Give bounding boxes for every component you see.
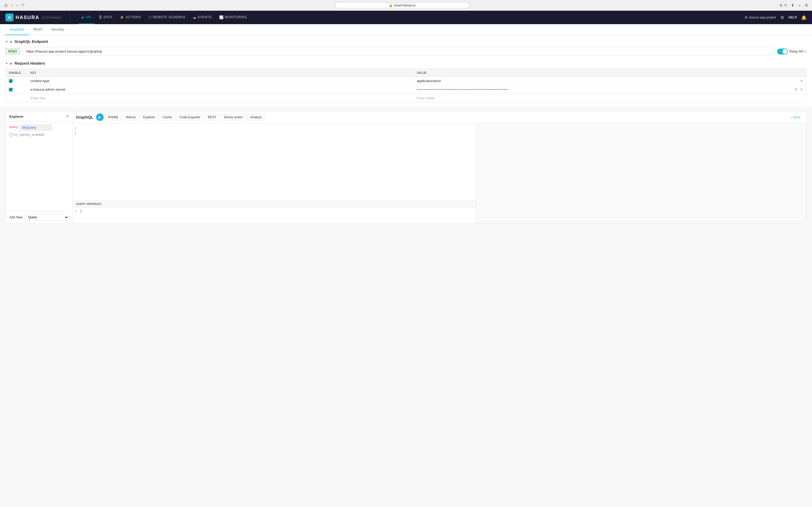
project-name-text: hasura-app-project	[749, 15, 776, 19]
new-tab-button[interactable]: +	[798, 3, 802, 8]
table-row: x-hasura-admin-secret ••••••••••••••••••…	[6, 85, 806, 94]
analyze-button[interactable]: Analyze	[247, 114, 265, 120]
line-numbers: 1 2	[73, 123, 78, 138]
nav-item-api[interactable]: ◈ API	[78, 11, 94, 24]
rest-button[interactable]: REST	[205, 114, 219, 120]
headers-expand-icon: ▶	[10, 62, 12, 65]
enable-checkbox-1[interactable]	[9, 79, 13, 83]
graphiql-main: GraphiQL ▶ Prettify History Explorer Cac…	[73, 111, 806, 223]
delete-row-2-icon[interactable]: ✕	[800, 88, 803, 92]
derive-action-button[interactable]: Derive action	[221, 114, 246, 120]
secret-value-2: ••••••••••••••••••••••••••••••••••••••••…	[417, 88, 508, 91]
no-queries-checkbox[interactable]	[9, 133, 13, 136]
add-new-select[interactable]: Query Mutation Subscription	[25, 214, 69, 221]
pip-icon: ⧉	[780, 3, 782, 7]
relay-api-row: Relay API ℹ	[777, 49, 807, 54]
data-icon: 🗄	[99, 15, 103, 19]
nav-item-monitoring[interactable]: 📈 MONITORING	[216, 11, 250, 24]
query-editor: 1 2 QUERY VARIABLES 1	[73, 123, 476, 223]
add-new-label: Add New	[9, 215, 22, 219]
notifications-button[interactable]: 🔔	[801, 15, 807, 20]
endpoint-url-input[interactable]	[23, 47, 775, 56]
nav-label-events: EVENTS	[198, 15, 212, 19]
share-button[interactable]: ⬆	[790, 3, 795, 8]
endpoint-row: POST Relay API ℹ	[5, 47, 807, 56]
tab-overview-button[interactable]: ⧉	[804, 2, 809, 8]
nav-item-remote-schemas[interactable]: ⬡ REMOTE SCHEMAS	[145, 11, 189, 24]
response-area	[476, 123, 806, 223]
sidebar-toggle[interactable]: ⊡	[3, 3, 9, 8]
relay-api-info-icon: ℹ	[805, 50, 807, 53]
endpoint-section-header[interactable]: ▼ ▶ GraphQL Endpoint	[5, 40, 807, 44]
delete-row-1-icon[interactable]: ✕	[800, 79, 803, 83]
no-queries-label: no_queries_available	[14, 133, 44, 136]
enable-checkbox-2[interactable]	[9, 88, 13, 92]
headers-table: ENABLE KEY VALUE content-type applicatio…	[5, 69, 807, 103]
headers-collapse-icon: ▼	[5, 62, 8, 65]
cursor	[81, 210, 81, 213]
table-row: content-type application/json ✕	[6, 77, 806, 85]
forward-button[interactable]: ›	[15, 3, 19, 8]
hasura-logo-icon: H	[5, 13, 13, 21]
run-button[interactable]: ▶	[96, 113, 104, 121]
tab-graphiql[interactable]: GraphiQL	[5, 24, 29, 35]
explorer-footer: Add New Query Mutation Subscription	[6, 211, 72, 223]
value-cell-new: Enter Value	[417, 96, 803, 100]
settings-button[interactable]: ⚙	[780, 15, 784, 20]
project-name[interactable]: 🖥 hasura-app-project	[744, 15, 776, 19]
back-button[interactable]: ‹	[10, 3, 14, 8]
docs-button[interactable]: < Docs	[788, 114, 803, 120]
app-header: H HASURA v2.12.0-cloud.1 ◈ API 🗄 DATA ⚡ …	[0, 11, 812, 24]
key-cell-1: content-type	[30, 79, 417, 83]
col-enable: ENABLE	[9, 71, 30, 74]
value-cell-2: ••••••••••••••••••••••••••••••••••••••••…	[417, 88, 803, 92]
explorer-title: Explorer	[9, 115, 23, 119]
enable-cell-1	[9, 79, 30, 83]
editor-main[interactable]: 1 2	[73, 123, 476, 201]
line-1: 1	[74, 125, 76, 131]
variables-editor[interactable]: 1	[73, 207, 476, 223]
help-button[interactable]: HELP	[789, 15, 797, 19]
page-tabs: GraphiQL REST Security	[0, 24, 812, 35]
logo-text: HASURA	[15, 15, 40, 20]
chevron-left-icon: <	[791, 116, 792, 119]
nav-label-api: API	[86, 15, 91, 19]
nav-item-data[interactable]: 🗄 DATA	[96, 11, 116, 24]
explorer-body: query no_queries_available	[6, 122, 72, 211]
new-key-placeholder: Enter Key	[30, 96, 46, 100]
app-version: v2.12.0-cloud.1	[42, 16, 62, 19]
address-bar[interactable]: 🔒 cloud.hasura.io	[335, 2, 469, 8]
tab-security[interactable]: Security	[47, 24, 68, 35]
tab-rest[interactable]: REST	[29, 24, 47, 35]
history-button[interactable]: History	[123, 114, 139, 120]
query-keyword: query	[9, 125, 18, 129]
eye-icon[interactable]: 👁	[795, 88, 798, 92]
explorer-header: Explorer ×	[6, 111, 72, 122]
row-actions-1: ✕	[800, 79, 803, 83]
reload-icon[interactable]: ↻	[784, 3, 787, 7]
cache-button[interactable]: Cache	[160, 114, 175, 120]
endpoint-expand-icon: ▶	[10, 40, 12, 43]
enable-cell-2	[9, 88, 30, 92]
headers-section-header[interactable]: ▼ ▶ Request Headers	[5, 61, 807, 65]
docs-label: Docs	[793, 115, 801, 119]
nav-item-events[interactable]: ☁ EVENTS	[190, 11, 215, 24]
table-row-new: Enter Key Enter Value	[6, 94, 806, 102]
browser-controls: ⊡ ‹ ›	[3, 3, 18, 8]
remote-schemas-icon: ⬡	[149, 15, 152, 19]
relay-api-toggle[interactable]	[777, 49, 788, 54]
explorer-panel: Explorer × query no_queries_available Ad…	[6, 111, 73, 223]
api-icon: ◈	[81, 15, 84, 19]
new-value-placeholder: Enter Value	[417, 96, 435, 100]
var-line-1: 1	[75, 210, 77, 213]
headers-section-title: Request Headers	[14, 61, 45, 65]
query-row: query	[9, 124, 69, 131]
query-variables-header: QUERY VARIABLES	[73, 201, 476, 207]
explorer-close-button[interactable]: ×	[66, 114, 69, 119]
query-name-input[interactable]	[20, 124, 52, 131]
prettify-button[interactable]: Prettify	[105, 114, 121, 120]
code-exporter-button[interactable]: Code Exporter	[177, 114, 203, 120]
explorer-button[interactable]: Explorer	[140, 114, 158, 120]
nav-item-actions[interactable]: ⚡ ACTIONS	[116, 11, 144, 24]
nav-divider	[70, 13, 70, 21]
